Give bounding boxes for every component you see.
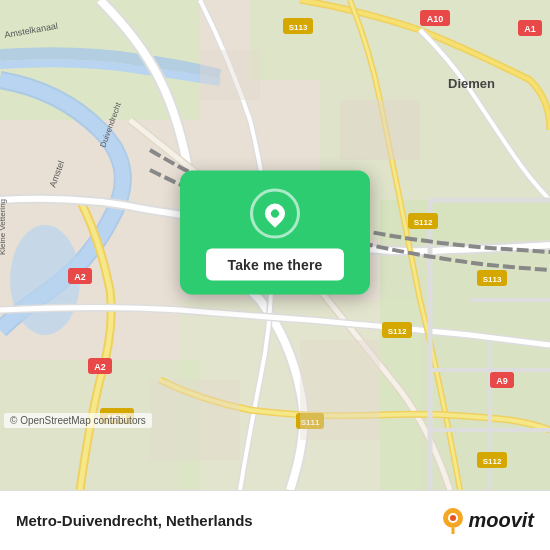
moovit-pin-icon	[442, 507, 464, 535]
map-container: A10 A1 S113 S112 S113 S112 S112 S111 A2 …	[0, 0, 550, 490]
moovit-brand-text: moovit	[468, 509, 534, 532]
location-pin-icon	[261, 199, 289, 227]
overlay-card: Take me there	[180, 171, 370, 295]
svg-text:Diemen: Diemen	[448, 76, 495, 91]
svg-text:S112: S112	[414, 218, 433, 227]
svg-text:Kleine Vettering: Kleine Vettering	[0, 199, 7, 255]
svg-text:A10: A10	[427, 14, 444, 24]
location-icon-wrap	[250, 189, 300, 239]
svg-text:A2: A2	[94, 362, 106, 372]
svg-rect-43	[340, 100, 420, 160]
take-me-there-button[interactable]: Take me there	[206, 249, 345, 281]
svg-point-49	[450, 515, 456, 521]
copyright-text: © OpenStreetMap contributors	[4, 413, 152, 428]
svg-text:S112: S112	[388, 327, 407, 336]
svg-text:S112: S112	[483, 457, 502, 466]
moovit-logo: moovit	[442, 507, 534, 535]
copyright-bar: © OpenStreetMap contributors	[0, 410, 550, 428]
svg-rect-46	[200, 50, 260, 100]
footer-location-label: Metro-Duivendrecht, Netherlands	[16, 512, 253, 529]
footer-bar: Metro-Duivendrecht, Netherlands moovit	[0, 490, 550, 550]
svg-text:A2: A2	[74, 272, 86, 282]
svg-text:S113: S113	[483, 275, 502, 284]
svg-text:A1: A1	[524, 24, 536, 34]
svg-text:A9: A9	[496, 376, 508, 386]
svg-text:S113: S113	[289, 23, 308, 32]
